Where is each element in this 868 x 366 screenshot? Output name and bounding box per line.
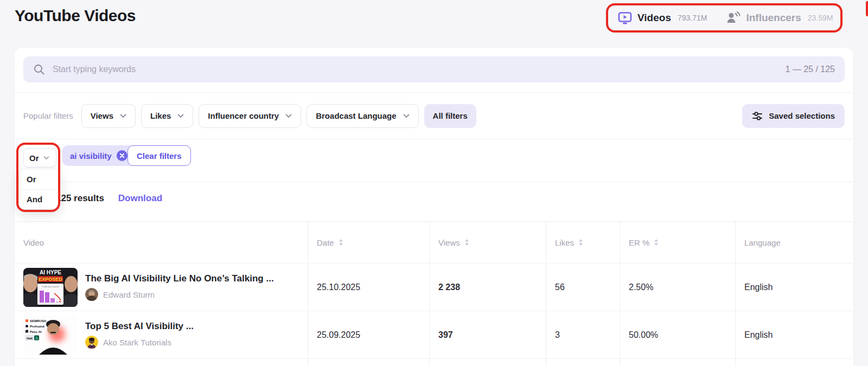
channel-name: Edward Sturm xyxy=(103,290,155,299)
operator-dropdown-menu: Or And xyxy=(19,169,59,209)
search-input[interactable] xyxy=(53,65,777,74)
svg-text:A: A xyxy=(35,336,38,339)
sort-icon[interactable] xyxy=(578,239,583,246)
tab-videos-label: Videos xyxy=(637,12,671,24)
er-cell xyxy=(620,359,735,366)
column-header-likes[interactable]: Likes xyxy=(546,222,620,263)
sort-icon[interactable] xyxy=(464,239,469,246)
divider xyxy=(15,182,853,182)
page-title: YouTube Videos xyxy=(15,7,136,25)
likes-cell: 56 xyxy=(546,264,620,311)
chevron-down-icon xyxy=(120,114,126,118)
saved-selections-button[interactable]: Saved selections xyxy=(742,104,845,128)
influencer-person-icon xyxy=(726,11,741,24)
video-screen-icon xyxy=(618,11,632,25)
filter-likes-dropdown[interactable]: Likes xyxy=(141,104,193,128)
video-channel[interactable]: Ako Stark Tutorials xyxy=(85,336,194,349)
channel-name: Ako Stark Tutorials xyxy=(103,338,171,347)
channel-avatar xyxy=(85,336,98,349)
filter-views-label: Views xyxy=(91,111,113,120)
video-title[interactable]: The Big AI Visibility Lie No One’s Talki… xyxy=(85,273,274,284)
pagination-range: 1 — 25 / 125 xyxy=(785,65,835,74)
video-cell[interactable]: SEMRUSH Profound Peec AI Hall A Top 5 Be… xyxy=(15,311,308,358)
column-header-er[interactable]: ER % xyxy=(620,222,735,263)
tab-influencers[interactable]: Influencers 23.59M xyxy=(726,11,833,24)
filter-broadcast-language-dropdown[interactable]: Broadcast Language xyxy=(307,104,418,128)
main-card: 1 — 25 / 125 Popular filters Views Likes… xyxy=(15,48,853,366)
video-title[interactable]: Top 5 Best AI Visibility ... xyxy=(85,321,194,332)
tabs-red-annotation: Videos 793.71M Influencers 23.59M xyxy=(606,3,843,33)
table-header-row: Video Date Views Likes ER % Language xyxy=(15,222,853,263)
filter-views-dropdown[interactable]: Views xyxy=(81,104,136,128)
tab-influencers-count: 23.59M xyxy=(808,14,833,22)
results-count: 125 results xyxy=(56,193,104,204)
svg-text:Traffic by channel: Traffic by channel xyxy=(42,285,59,288)
views-cell: 397 xyxy=(429,311,546,358)
filter-broadcast-language-label: Broadcast Language xyxy=(316,111,396,120)
column-header-language: Language xyxy=(735,222,853,263)
table-row-partial xyxy=(15,358,853,366)
video-thumbnail[interactable]: AI HYPE EXPOSED Traffic by channel xyxy=(23,268,78,307)
all-filters-button[interactable]: All filters xyxy=(424,104,476,128)
filter-likes-label: Likes xyxy=(150,111,171,120)
chevron-down-icon xyxy=(177,114,184,118)
video-cell[interactable]: AI HYPE EXPOSED Traffic by channel xyxy=(15,264,308,311)
clear-filters-label: Clear filters xyxy=(137,151,182,160)
chevron-down-icon xyxy=(403,114,410,118)
table-row[interactable]: SEMRUSH Profound Peec AI Hall A Top 5 Be… xyxy=(15,311,853,358)
svg-text:AI HYPE: AI HYPE xyxy=(40,269,61,275)
column-label: Views xyxy=(438,238,460,247)
video-thumbnail[interactable]: SEMRUSH Profound Peec AI Hall A xyxy=(23,316,78,355)
channel-avatar xyxy=(85,288,98,301)
clear-filters-button[interactable]: Clear filters xyxy=(127,145,191,166)
svg-text:EXPOSED: EXPOSED xyxy=(39,277,62,282)
column-label: ER % xyxy=(629,238,649,247)
sliders-icon xyxy=(752,111,763,121)
popular-filters-label: Popular filters xyxy=(23,111,73,120)
tab-videos[interactable]: Videos 793.71M xyxy=(618,11,707,25)
all-filters-label: All filters xyxy=(433,111,468,120)
column-header-video: Video xyxy=(15,222,308,263)
column-header-date[interactable]: Date xyxy=(308,222,429,263)
chevron-down-icon xyxy=(43,156,49,160)
keyword-chip[interactable]: ai visibility xyxy=(62,145,135,166)
date-cell: 25.09.2025 xyxy=(308,311,429,358)
search-bar[interactable]: 1 — 25 / 125 xyxy=(23,56,845,82)
operator-option-and[interactable]: And xyxy=(19,189,59,210)
svg-text:Profound: Profound xyxy=(30,325,44,328)
column-label: Video xyxy=(23,238,44,247)
views-cell xyxy=(429,359,546,366)
search-icon xyxy=(33,63,45,75)
column-label: Date xyxy=(317,238,334,247)
language-cell: English xyxy=(735,264,853,311)
saved-selections-label: Saved selections xyxy=(769,111,835,120)
svg-text:Peec AI: Peec AI xyxy=(30,330,42,333)
divider xyxy=(15,139,853,139)
language-cell xyxy=(735,359,853,366)
likes-cell: 3 xyxy=(546,311,620,358)
sort-icon[interactable] xyxy=(654,239,659,246)
date-cell xyxy=(308,359,429,366)
results-line: 125 results Download xyxy=(56,193,162,204)
operator-select[interactable]: Or xyxy=(23,148,56,168)
operator-selected-value: Or xyxy=(29,153,39,163)
table-row[interactable]: AI HYPE EXPOSED Traffic by channel xyxy=(15,263,853,311)
column-label: Likes xyxy=(555,238,574,247)
svg-text:SEMRUSH: SEMRUSH xyxy=(30,319,46,323)
filters-row: Popular filters Views Likes Influencer c… xyxy=(23,93,845,139)
remove-chip-icon[interactable] xyxy=(117,150,127,161)
keyword-chip-label: ai visibility xyxy=(70,151,112,160)
operator-option-or[interactable]: Or xyxy=(19,169,59,189)
er-cell: 2.50% xyxy=(620,264,735,311)
sort-icon[interactable] xyxy=(339,239,343,246)
filter-influencer-country-dropdown[interactable]: Influencer country xyxy=(199,104,301,128)
tab-influencers-label: Influencers xyxy=(746,12,801,24)
views-cell: 2 238 xyxy=(429,264,546,311)
chevron-down-icon xyxy=(285,114,292,118)
column-header-views[interactable]: Views xyxy=(429,222,546,263)
svg-text:Hall: Hall xyxy=(27,336,33,339)
date-cell: 25.10.2025 xyxy=(308,264,429,311)
video-channel[interactable]: Edward Sturm xyxy=(85,288,274,301)
download-link[interactable]: Download xyxy=(118,193,162,204)
filter-influencer-country-label: Influencer country xyxy=(208,111,279,120)
